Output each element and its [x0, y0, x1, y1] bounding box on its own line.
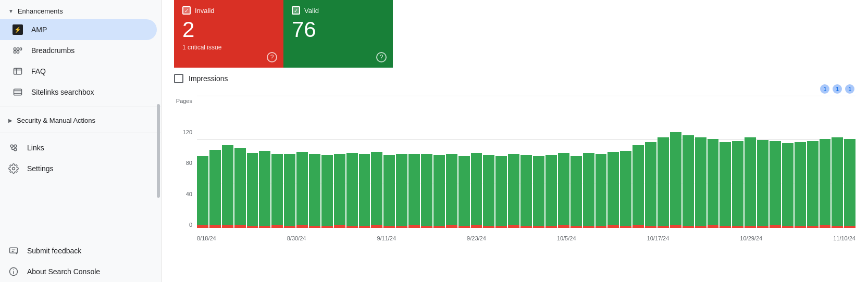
bar-valid: [433, 155, 445, 225]
chevron-down-icon: ▼: [8, 8, 14, 14]
valid-card[interactable]: ✓ Valid 76 ?: [283, 0, 393, 68]
bar-invalid: [446, 225, 457, 228]
sidebar-item-sitelinks[interactable]: Sitelinks searchbox: [0, 82, 157, 102]
bar-invalid: [433, 226, 445, 228]
bar-invalid: [745, 226, 756, 228]
svg-point-17: [13, 168, 15, 170]
bar-valid: [807, 141, 819, 226]
chevron-right-icon: ▶: [8, 118, 13, 123]
security-label: Security & Manual Actions: [17, 117, 95, 124]
bar-invalid: [408, 225, 420, 228]
bar-valid: [421, 154, 432, 226]
y-value-80: 80: [174, 160, 192, 166]
bar-valid: [197, 156, 208, 224]
bar-group: [757, 96, 768, 228]
bar-invalid: [508, 225, 519, 228]
bar-valid: [321, 155, 333, 225]
links-icon: [8, 143, 19, 153]
breadcrumbs-icon: [13, 45, 23, 56]
bar-group: [471, 96, 482, 228]
bar-invalid: [807, 226, 819, 228]
bar-valid: [408, 154, 420, 224]
bar-valid: [371, 152, 382, 225]
invalid-card[interactable]: ✓ Invalid 2 1 critical issue ?: [174, 0, 283, 68]
bar-badge: 1: [833, 84, 842, 94]
x-label: 9/11/24: [377, 235, 396, 241]
bar-group: [645, 96, 656, 228]
svg-rect-1: [17, 48, 19, 50]
bar-invalid: [645, 226, 656, 228]
bar-valid: [683, 135, 694, 226]
bar-group: [596, 96, 607, 228]
bar-valid: [483, 155, 494, 225]
bar-group: 1: [820, 96, 831, 228]
svg-rect-5: [14, 68, 22, 74]
bar-group: [309, 96, 320, 228]
bar-valid: [508, 154, 519, 224]
bar-valid: [247, 153, 258, 226]
valid-label: Valid: [304, 7, 319, 15]
bar-group: [396, 96, 407, 228]
bar-invalid: [247, 226, 258, 228]
bar-group: [695, 96, 706, 228]
invalid-checkbox[interactable]: ✓: [182, 6, 191, 15]
impressions-checkbox[interactable]: [174, 74, 183, 83]
sidebar-scrollbar[interactable]: [157, 104, 160, 198]
y-value-0: 0: [174, 222, 192, 228]
settings-icon: [8, 163, 19, 174]
bar-valid: [284, 154, 295, 226]
bar-invalid: [795, 226, 806, 228]
bar-valid: [583, 153, 594, 226]
valid-checkbox[interactable]: ✓: [292, 6, 300, 15]
bar-invalid: [371, 225, 382, 228]
valid-help-icon[interactable]: ?: [376, 52, 387, 62]
bar-valid: [533, 156, 544, 225]
bar-invalid: [633, 225, 644, 228]
x-axis: 8/18/248/30/249/11/249/23/2410/5/2410/17…: [197, 235, 855, 241]
bar-valid: [571, 156, 582, 225]
sidebar-item-links[interactable]: Links: [0, 137, 157, 158]
bar-invalid: [209, 225, 221, 228]
enhancements-section[interactable]: ▼ Enhancements: [0, 2, 161, 19]
svg-point-21: [16, 253, 17, 254]
bar-invalid: [458, 226, 470, 228]
bar-invalid: [383, 226, 395, 228]
invalid-help-icon[interactable]: ?: [267, 52, 277, 62]
bar-valid: [782, 143, 793, 226]
x-label: 11/10/24: [833, 235, 855, 241]
bar-group: [807, 96, 819, 228]
bar-invalid: [670, 225, 681, 228]
bar-group: [296, 96, 308, 228]
bar-group: 1: [844, 96, 855, 228]
feedback-icon: [8, 246, 19, 256]
bar-valid: [520, 155, 532, 225]
bar-valid: [844, 139, 855, 226]
bar-group: [371, 96, 382, 228]
invalid-card-header: ✓ Invalid: [182, 6, 275, 15]
invalid-sub: 1 critical issue: [182, 44, 275, 51]
svg-rect-18: [10, 248, 18, 253]
sidebar-item-about[interactable]: About Search Console: [0, 261, 157, 282]
bar-group: [408, 96, 420, 228]
bar-group: [483, 96, 494, 228]
bar-group: [495, 96, 507, 228]
bar-valid: [770, 141, 781, 225]
sidebar-item-feedback[interactable]: Submit feedback: [0, 240, 157, 261]
bar-invalid: [495, 226, 507, 228]
sidebar-item-faq[interactable]: FAQ: [0, 61, 157, 82]
bar-invalid: [234, 225, 246, 228]
bar-group: [197, 96, 208, 228]
sidebar-item-breadcrumbs[interactable]: Breadcrumbs: [0, 40, 157, 61]
bar-invalid: [321, 226, 333, 228]
bar-invalid: [620, 226, 631, 228]
security-section[interactable]: ▶ Security & Manual Actions: [0, 111, 161, 129]
x-label: 9/23/24: [467, 235, 486, 241]
bar-group: [732, 96, 743, 228]
sidebar-item-settings[interactable]: Settings: [0, 158, 157, 179]
bar-group: [520, 96, 532, 228]
sidebar-item-amp[interactable]: ⚡ AMP: [0, 19, 157, 40]
bar-group: [545, 96, 557, 228]
bar-invalid: [359, 226, 370, 228]
bar-group: [446, 96, 457, 228]
bar-invalid: [309, 226, 320, 228]
